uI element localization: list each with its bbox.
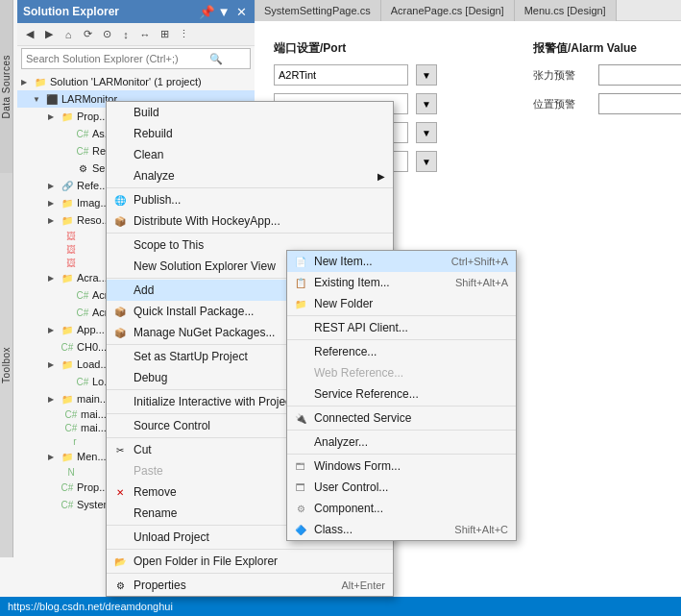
sm-newitem[interactable]: 📄 New Item... Ctrl+Shift+A — [287, 251, 516, 272]
se-item-label: mai... — [81, 408, 107, 420]
cm-debug-label: Debug — [134, 371, 167, 384]
se-close-button[interactable]: ✕ — [233, 5, 249, 18]
folder-icon: 📁 — [60, 195, 75, 210]
sm-class[interactable]: 🔷 Class... Shift+Alt+C — [287, 519, 516, 540]
sm-existitem-shortcut: Shift+Alt+A — [436, 277, 508, 288]
port-input-1[interactable] — [274, 64, 408, 86]
existitem-icon: 📋 — [293, 275, 308, 290]
alarm-section: 报警值/Alarm Value 张力预警 位置预警 — [533, 40, 681, 180]
cm-rebuild[interactable]: Rebuild — [107, 123, 393, 144]
cm-clean[interactable]: Clean — [107, 144, 393, 165]
cm-properties-label: Properties — [134, 579, 186, 592]
cm-remove-label: Remove — [134, 485, 177, 499]
se-arrow: ▶ — [48, 453, 60, 461]
se-item-label: Load... — [77, 358, 109, 370]
se-search-input[interactable] — [22, 53, 209, 64]
toolbox-panel[interactable]: Toolbox — [0, 173, 13, 557]
tab-acranepage-label: AcranePage.cs [Design] — [391, 5, 504, 16]
sm-winform[interactable]: 🗔 Windows Form... — [287, 456, 516, 477]
sm-component[interactable]: ⚙ Component... — [287, 498, 516, 519]
position-input[interactable] — [598, 93, 681, 114]
port-dropdown-4[interactable]: ▼ — [416, 151, 437, 172]
sm-servicereference[interactable]: Service Reference... — [287, 383, 516, 405]
sm-class-label: Class... — [314, 523, 353, 536]
se-sync-button[interactable]: ↕ — [117, 26, 134, 43]
cm-sep10 — [107, 573, 393, 574]
cm-unload-label: Unload Project — [134, 530, 209, 544]
cm-publish[interactable]: 🌐 Publish... — [107, 189, 393, 210]
se-refresh-button[interactable]: ⟳ — [79, 26, 96, 43]
port-dropdown-3[interactable]: ▼ — [416, 122, 437, 143]
cm-cut-label: Cut — [134, 443, 152, 456]
port-dropdown-2[interactable]: ▼ — [416, 93, 437, 114]
port-dropdown-1[interactable]: ▼ — [416, 64, 437, 86]
se-item-label: Imag... — [77, 197, 109, 209]
sm-sep4 — [287, 430, 516, 431]
se-item-label: Refe... — [77, 180, 108, 191]
cm-openfolder[interactable]: 📂 Open Folder in File Explorer — [107, 551, 393, 572]
se-item-label: mai... — [81, 422, 107, 433]
se-filter-button[interactable]: ⊞ — [156, 26, 173, 43]
folder-icon: 📁 — [60, 109, 75, 124]
se-expand-button[interactable]: ↔ — [136, 26, 154, 43]
tab-systemsetting[interactable]: SystemSettingPage.cs — [255, 0, 381, 21]
se-titlebar: Solution Explorer 📌 ▼ ✕ — [17, 0, 255, 23]
img-icon: 🖼 — [63, 255, 79, 270]
datasources-panel[interactable]: Data Sources — [0, 0, 13, 173]
cm-analyze-arrow: ▶ — [377, 171, 385, 182]
se-item-label: Men... — [77, 451, 107, 462]
settings-icon: ⚙ — [75, 160, 90, 176]
sm-webreference[interactable]: Web Reference... — [287, 362, 516, 383]
folder-icon: 📁 — [60, 449, 75, 464]
class-icon: 🔷 — [293, 522, 308, 537]
cs-icon: C# — [75, 143, 90, 159]
sm-usercontrol[interactable]: 🗖 User Control... — [287, 477, 516, 498]
se-settings-button[interactable]: ⋮ — [175, 26, 192, 43]
cm-sep1 — [107, 187, 393, 188]
folder-icon: 📁 — [60, 391, 75, 407]
sm-newfolder[interactable]: 📁 New Folder — [287, 293, 516, 314]
position-label: 位置预警 — [533, 97, 591, 111]
cm-build[interactable]: Build — [107, 102, 393, 123]
se-dropdown-button[interactable]: ▼ — [216, 5, 231, 18]
sm-analyzer[interactable]: Analyzer... — [287, 431, 516, 453]
se-back-button[interactable]: ◀ — [21, 26, 38, 43]
cut-icon: ✂ — [112, 442, 128, 457]
tab-menu[interactable]: Menu.cs [Design] — [515, 0, 617, 21]
remove-icon: ✕ — [112, 484, 128, 500]
se-item-solution[interactable]: ▶ 📁 Solution 'LARMonitor' (1 project) — [17, 73, 255, 90]
cs-icon: C# — [75, 374, 90, 389]
newfolder-icon: 📁 — [293, 296, 308, 311]
position-row: 位置预警 — [533, 93, 681, 114]
se-arrow: ▶ — [48, 182, 60, 190]
sm-restapi[interactable]: REST API Client... — [287, 317, 516, 338]
se-arrow: ▶ — [48, 216, 60, 225]
sm-usercontrol-label: User Control... — [314, 480, 388, 494]
sm-existitem[interactable]: 📋 Existing Item... Shift+Alt+A — [287, 272, 516, 293]
cm-distribute[interactable]: 📦 Distribute With HockeyApp... — [107, 210, 393, 232]
tab-acranepage[interactable]: AcranePage.cs [Design] — [381, 0, 515, 21]
cm-sourcecontrol-label: Source Control — [134, 419, 210, 432]
sm-restapi-label: REST API Client... — [314, 321, 408, 334]
cm-properties[interactable]: ⚙ Properties Alt+Enter — [107, 575, 393, 596]
cs-icon: C# — [60, 497, 75, 512]
datasources-label: Data Sources — [1, 55, 12, 119]
se-arrow: ▶ — [48, 395, 60, 404]
folder-icon: 📁 — [60, 212, 75, 228]
sm-analyzer-label: Analyzer... — [314, 435, 368, 449]
cm-properties-shortcut: Alt+Enter — [322, 579, 385, 591]
sm-reference[interactable]: Reference... — [287, 341, 516, 362]
cs-icon: N — [63, 464, 79, 480]
se-home-button[interactable]: ⌂ — [60, 26, 77, 43]
se-arrow: ▶ — [48, 274, 60, 283]
cm-analyze[interactable]: Analyze ▶ — [107, 165, 393, 186]
se-stop-button[interactable]: ⊙ — [98, 26, 115, 43]
tension-input[interactable] — [598, 64, 681, 86]
connected-icon: 🔌 — [293, 410, 308, 426]
se-pin-button[interactable]: 📌 — [199, 5, 214, 18]
cm-sep2 — [107, 233, 393, 234]
se-forward-button[interactable]: ▶ — [40, 26, 58, 43]
folder-icon: 📁 — [60, 322, 75, 337]
sm-newitem-shortcut: Ctrl+Shift+A — [432, 256, 508, 267]
sm-connectedsvc[interactable]: 🔌 Connected Service — [287, 407, 516, 429]
